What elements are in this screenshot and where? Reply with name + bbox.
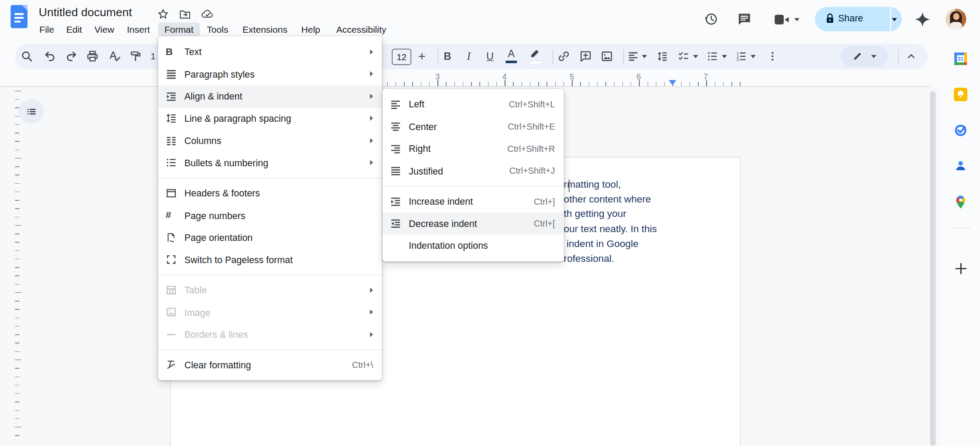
ruler-number: 4 xyxy=(502,72,506,81)
underline-icon[interactable]: U xyxy=(486,50,494,62)
hide-menus-chevron-icon[interactable] xyxy=(905,51,917,62)
search-menus-icon[interactable] xyxy=(20,50,33,63)
decrease-indent-icon xyxy=(390,218,409,229)
contacts-icon[interactable] xyxy=(954,159,968,173)
menu-item-line-spacing[interactable]: Line & paragraph spacing xyxy=(158,107,382,130)
show-outline-button[interactable] xyxy=(19,99,44,124)
add-comment-icon[interactable] xyxy=(579,50,592,63)
document-title[interactable]: Untitled document xyxy=(39,6,132,20)
lock-icon xyxy=(825,13,835,25)
more-options-icon[interactable] xyxy=(767,51,778,62)
menu-separator xyxy=(158,349,382,350)
doc-text-line[interactable]: rofessional. xyxy=(564,251,615,266)
account-avatar[interactable] xyxy=(946,9,966,29)
submenu-item-left[interactable]: Left Ctrl+Shift+L xyxy=(382,93,564,116)
paragraph-styles-icon xyxy=(166,69,184,80)
calendar-icon[interactable]: 31 xyxy=(954,52,968,66)
doc-text-line[interactable]: th getting your xyxy=(564,206,626,221)
submenu-arrow-icon xyxy=(370,49,373,54)
vertical-scrollbar[interactable] xyxy=(930,91,936,446)
bulleted-list-caret-icon[interactable] xyxy=(722,55,727,58)
submenu-arrow-icon xyxy=(370,94,373,99)
menu-item-columns[interactable]: Columns xyxy=(158,130,382,152)
meet-dropdown-caret-icon[interactable] xyxy=(794,18,799,21)
menu-insert[interactable]: Insert xyxy=(121,23,156,37)
submenu-item-increase-indent[interactable]: Increase indent Ctrl+] xyxy=(382,190,564,213)
gemini-sparkle-icon[interactable] xyxy=(915,11,931,27)
move-folder-icon[interactable] xyxy=(179,8,191,21)
menu-format[interactable]: Format xyxy=(158,23,200,37)
editing-mode-button[interactable] xyxy=(840,46,888,67)
menu-file[interactable]: File xyxy=(33,23,61,37)
menu-item-page-orientation[interactable]: Page orientation xyxy=(158,226,382,249)
font-size-increase-button[interactable]: + xyxy=(418,49,426,64)
checklist-caret-icon[interactable] xyxy=(693,55,698,58)
menu-separator xyxy=(382,186,564,186)
version-history-icon[interactable] xyxy=(703,11,719,27)
print-icon[interactable] xyxy=(86,50,99,63)
doc-text-line[interactable]: rmatting tool, xyxy=(564,177,621,192)
submenu-item-right[interactable]: Right Ctrl+Shift+R xyxy=(382,137,564,160)
undo-icon[interactable] xyxy=(44,50,56,63)
italic-icon[interactable]: I xyxy=(467,50,471,63)
zoom-control-partial[interactable]: 1 xyxy=(150,51,156,63)
get-addons-plus-icon[interactable] xyxy=(954,262,967,275)
columns-icon xyxy=(166,135,184,146)
meet-video-icon[interactable] xyxy=(774,13,790,26)
text-color-icon[interactable]: A xyxy=(508,48,515,60)
numbered-list-icon[interactable]: 123 xyxy=(736,51,747,62)
insert-link-icon[interactable] xyxy=(557,50,570,63)
bold-icon[interactable]: B xyxy=(444,50,451,62)
menu-extensions[interactable]: Extensions xyxy=(236,23,294,37)
share-dropdown-caret-icon[interactable] xyxy=(892,18,897,21)
maps-icon[interactable] xyxy=(954,195,967,210)
menu-view[interactable]: View xyxy=(88,23,120,37)
text-cursor xyxy=(568,179,569,192)
submenu-item-indentation-options[interactable]: Indentation options xyxy=(382,234,564,257)
align-dropdown-caret-icon[interactable] xyxy=(642,55,647,58)
indent-marker[interactable] xyxy=(669,80,676,85)
star-icon[interactable] xyxy=(157,8,170,21)
tasks-icon[interactable] xyxy=(954,123,968,137)
doc-text-line[interactable]: indent in Google xyxy=(564,236,639,251)
menu-item-pageless[interactable]: Switch to Pageless format xyxy=(158,249,382,271)
menu-tools[interactable]: Tools xyxy=(201,23,235,37)
highlight-color-icon[interactable] xyxy=(529,49,541,58)
page-orientation-icon xyxy=(166,232,184,243)
paint-format-icon[interactable] xyxy=(130,50,142,63)
submenu-item-decrease-indent[interactable]: Decrease indent Ctrl+[ xyxy=(382,213,564,235)
spell-check-icon[interactable] xyxy=(108,50,121,63)
borders-lines-icon xyxy=(166,329,184,340)
insert-image-icon[interactable] xyxy=(601,50,613,63)
doc-text-line[interactable]: other content where xyxy=(564,192,651,206)
doc-text-line[interactable]: our text neatly. In this xyxy=(564,221,657,236)
font-size-value[interactable]: 12 xyxy=(392,49,411,65)
numbered-list-caret-icon[interactable] xyxy=(751,55,755,58)
menu-item-clear-formatting[interactable]: Clear formatting Ctrl+\ xyxy=(158,353,382,376)
submenu-item-center[interactable]: Center Ctrl+Shift+E xyxy=(382,115,564,137)
menu-accessibility[interactable]: Accessibility xyxy=(330,23,393,37)
menu-edit[interactable]: Edit xyxy=(60,23,89,37)
increase-indent-icon xyxy=(390,196,409,207)
comments-icon[interactable] xyxy=(737,12,752,27)
checklist-icon[interactable] xyxy=(678,51,690,62)
menu-item-align-indent[interactable]: Align & indent xyxy=(158,85,382,107)
submenu-item-justified[interactable]: Justified Ctrl+Shift+J xyxy=(382,160,564,182)
menu-item-bullets-numbering[interactable]: Bullets & numbering xyxy=(158,152,382,174)
menu-help[interactable]: Help xyxy=(295,23,326,37)
bold-text-icon: B xyxy=(166,46,184,58)
menu-item-borders-lines: Borders & lines xyxy=(158,323,382,346)
menu-item-page-numbers[interactable]: # Page numbers xyxy=(158,204,382,226)
line-spacing-icon[interactable] xyxy=(657,51,668,62)
cloud-saved-icon[interactable] xyxy=(201,8,214,21)
pageless-format-icon xyxy=(166,254,184,265)
table-icon xyxy=(166,285,184,296)
google-docs-logo[interactable] xyxy=(10,5,27,28)
align-icon[interactable] xyxy=(628,51,639,62)
menu-item-text[interactable]: B Text xyxy=(158,41,382,63)
menu-item-paragraph-styles[interactable]: Paragraph styles xyxy=(158,63,382,85)
redo-icon[interactable] xyxy=(65,50,78,63)
bulleted-list-icon[interactable] xyxy=(707,51,718,62)
keep-icon[interactable] xyxy=(954,88,968,102)
menu-item-headers-footers[interactable]: Headers & footers xyxy=(158,182,382,204)
